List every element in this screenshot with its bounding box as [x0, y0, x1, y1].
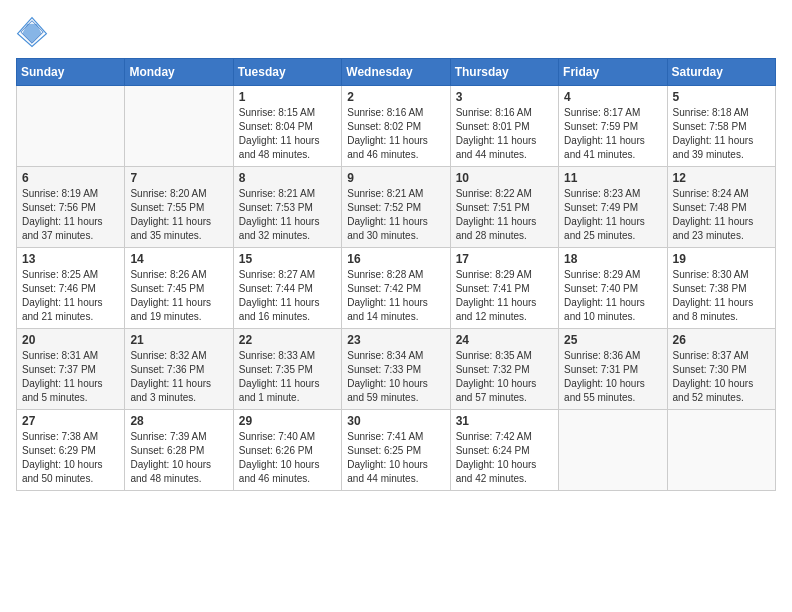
calendar-cell: 16Sunrise: 8:28 AM Sunset: 7:42 PM Dayli… [342, 248, 450, 329]
logo-icon [16, 16, 48, 48]
logo [16, 16, 52, 48]
calendar-cell: 1Sunrise: 8:15 AM Sunset: 8:04 PM Daylig… [233, 86, 341, 167]
calendar-cell [125, 86, 233, 167]
calendar-cell: 11Sunrise: 8:23 AM Sunset: 7:49 PM Dayli… [559, 167, 667, 248]
day-info: Sunrise: 8:22 AM Sunset: 7:51 PM Dayligh… [456, 187, 553, 243]
calendar-cell: 14Sunrise: 8:26 AM Sunset: 7:45 PM Dayli… [125, 248, 233, 329]
week-row-5: 27Sunrise: 7:38 AM Sunset: 6:29 PM Dayli… [17, 410, 776, 491]
day-info: Sunrise: 8:18 AM Sunset: 7:58 PM Dayligh… [673, 106, 770, 162]
calendar-cell: 22Sunrise: 8:33 AM Sunset: 7:35 PM Dayli… [233, 329, 341, 410]
page-header [16, 16, 776, 48]
day-number: 6 [22, 171, 119, 185]
calendar-cell: 17Sunrise: 8:29 AM Sunset: 7:41 PM Dayli… [450, 248, 558, 329]
header-friday: Friday [559, 59, 667, 86]
calendar-cell: 18Sunrise: 8:29 AM Sunset: 7:40 PM Dayli… [559, 248, 667, 329]
day-info: Sunrise: 8:16 AM Sunset: 8:02 PM Dayligh… [347, 106, 444, 162]
day-info: Sunrise: 8:19 AM Sunset: 7:56 PM Dayligh… [22, 187, 119, 243]
calendar-cell: 13Sunrise: 8:25 AM Sunset: 7:46 PM Dayli… [17, 248, 125, 329]
day-info: Sunrise: 8:28 AM Sunset: 7:42 PM Dayligh… [347, 268, 444, 324]
header-tuesday: Tuesday [233, 59, 341, 86]
day-number: 18 [564, 252, 661, 266]
day-number: 15 [239, 252, 336, 266]
week-row-1: 1Sunrise: 8:15 AM Sunset: 8:04 PM Daylig… [17, 86, 776, 167]
header-saturday: Saturday [667, 59, 775, 86]
day-number: 23 [347, 333, 444, 347]
day-number: 29 [239, 414, 336, 428]
calendar-cell: 28Sunrise: 7:39 AM Sunset: 6:28 PM Dayli… [125, 410, 233, 491]
day-number: 2 [347, 90, 444, 104]
day-number: 4 [564, 90, 661, 104]
calendar-cell: 5Sunrise: 8:18 AM Sunset: 7:58 PM Daylig… [667, 86, 775, 167]
header-row: SundayMondayTuesdayWednesdayThursdayFrid… [17, 59, 776, 86]
day-info: Sunrise: 8:29 AM Sunset: 7:41 PM Dayligh… [456, 268, 553, 324]
calendar-cell: 12Sunrise: 8:24 AM Sunset: 7:48 PM Dayli… [667, 167, 775, 248]
calendar-cell: 24Sunrise: 8:35 AM Sunset: 7:32 PM Dayli… [450, 329, 558, 410]
calendar-cell: 23Sunrise: 8:34 AM Sunset: 7:33 PM Dayli… [342, 329, 450, 410]
day-number: 31 [456, 414, 553, 428]
calendar-cell: 7Sunrise: 8:20 AM Sunset: 7:55 PM Daylig… [125, 167, 233, 248]
calendar-cell: 9Sunrise: 8:21 AM Sunset: 7:52 PM Daylig… [342, 167, 450, 248]
calendar-cell: 21Sunrise: 8:32 AM Sunset: 7:36 PM Dayli… [125, 329, 233, 410]
calendar-cell: 29Sunrise: 7:40 AM Sunset: 6:26 PM Dayli… [233, 410, 341, 491]
day-number: 28 [130, 414, 227, 428]
day-info: Sunrise: 8:25 AM Sunset: 7:46 PM Dayligh… [22, 268, 119, 324]
day-info: Sunrise: 8:16 AM Sunset: 8:01 PM Dayligh… [456, 106, 553, 162]
day-info: Sunrise: 8:32 AM Sunset: 7:36 PM Dayligh… [130, 349, 227, 405]
day-number: 14 [130, 252, 227, 266]
day-info: Sunrise: 8:27 AM Sunset: 7:44 PM Dayligh… [239, 268, 336, 324]
week-row-3: 13Sunrise: 8:25 AM Sunset: 7:46 PM Dayli… [17, 248, 776, 329]
day-info: Sunrise: 8:24 AM Sunset: 7:48 PM Dayligh… [673, 187, 770, 243]
day-number: 20 [22, 333, 119, 347]
day-number: 13 [22, 252, 119, 266]
calendar-cell: 8Sunrise: 8:21 AM Sunset: 7:53 PM Daylig… [233, 167, 341, 248]
day-info: Sunrise: 7:42 AM Sunset: 6:24 PM Dayligh… [456, 430, 553, 486]
day-info: Sunrise: 8:21 AM Sunset: 7:52 PM Dayligh… [347, 187, 444, 243]
calendar-cell: 30Sunrise: 7:41 AM Sunset: 6:25 PM Dayli… [342, 410, 450, 491]
day-info: Sunrise: 8:34 AM Sunset: 7:33 PM Dayligh… [347, 349, 444, 405]
day-info: Sunrise: 8:15 AM Sunset: 8:04 PM Dayligh… [239, 106, 336, 162]
header-wednesday: Wednesday [342, 59, 450, 86]
day-info: Sunrise: 8:20 AM Sunset: 7:55 PM Dayligh… [130, 187, 227, 243]
calendar-table: SundayMondayTuesdayWednesdayThursdayFrid… [16, 58, 776, 491]
day-info: Sunrise: 7:38 AM Sunset: 6:29 PM Dayligh… [22, 430, 119, 486]
day-number: 22 [239, 333, 336, 347]
day-info: Sunrise: 8:31 AM Sunset: 7:37 PM Dayligh… [22, 349, 119, 405]
calendar-cell [559, 410, 667, 491]
day-number: 1 [239, 90, 336, 104]
day-number: 21 [130, 333, 227, 347]
calendar-cell: 10Sunrise: 8:22 AM Sunset: 7:51 PM Dayli… [450, 167, 558, 248]
day-info: Sunrise: 8:33 AM Sunset: 7:35 PM Dayligh… [239, 349, 336, 405]
calendar-cell: 6Sunrise: 8:19 AM Sunset: 7:56 PM Daylig… [17, 167, 125, 248]
day-info: Sunrise: 8:21 AM Sunset: 7:53 PM Dayligh… [239, 187, 336, 243]
calendar-cell [667, 410, 775, 491]
day-info: Sunrise: 8:26 AM Sunset: 7:45 PM Dayligh… [130, 268, 227, 324]
header-thursday: Thursday [450, 59, 558, 86]
calendar-cell: 31Sunrise: 7:42 AM Sunset: 6:24 PM Dayli… [450, 410, 558, 491]
day-info: Sunrise: 8:30 AM Sunset: 7:38 PM Dayligh… [673, 268, 770, 324]
day-number: 10 [456, 171, 553, 185]
day-number: 7 [130, 171, 227, 185]
calendar-body: 1Sunrise: 8:15 AM Sunset: 8:04 PM Daylig… [17, 86, 776, 491]
header-sunday: Sunday [17, 59, 125, 86]
day-number: 30 [347, 414, 444, 428]
calendar-cell: 2Sunrise: 8:16 AM Sunset: 8:02 PM Daylig… [342, 86, 450, 167]
day-info: Sunrise: 8:17 AM Sunset: 7:59 PM Dayligh… [564, 106, 661, 162]
calendar-cell: 26Sunrise: 8:37 AM Sunset: 7:30 PM Dayli… [667, 329, 775, 410]
day-number: 27 [22, 414, 119, 428]
day-number: 5 [673, 90, 770, 104]
day-info: Sunrise: 8:35 AM Sunset: 7:32 PM Dayligh… [456, 349, 553, 405]
calendar-cell: 15Sunrise: 8:27 AM Sunset: 7:44 PM Dayli… [233, 248, 341, 329]
calendar-cell: 20Sunrise: 8:31 AM Sunset: 7:37 PM Dayli… [17, 329, 125, 410]
day-number: 17 [456, 252, 553, 266]
calendar-cell [17, 86, 125, 167]
day-info: Sunrise: 8:23 AM Sunset: 7:49 PM Dayligh… [564, 187, 661, 243]
week-row-2: 6Sunrise: 8:19 AM Sunset: 7:56 PM Daylig… [17, 167, 776, 248]
day-number: 25 [564, 333, 661, 347]
day-number: 16 [347, 252, 444, 266]
day-info: Sunrise: 8:36 AM Sunset: 7:31 PM Dayligh… [564, 349, 661, 405]
day-info: Sunrise: 7:40 AM Sunset: 6:26 PM Dayligh… [239, 430, 336, 486]
day-number: 11 [564, 171, 661, 185]
calendar-cell: 19Sunrise: 8:30 AM Sunset: 7:38 PM Dayli… [667, 248, 775, 329]
day-info: Sunrise: 8:37 AM Sunset: 7:30 PM Dayligh… [673, 349, 770, 405]
day-number: 26 [673, 333, 770, 347]
